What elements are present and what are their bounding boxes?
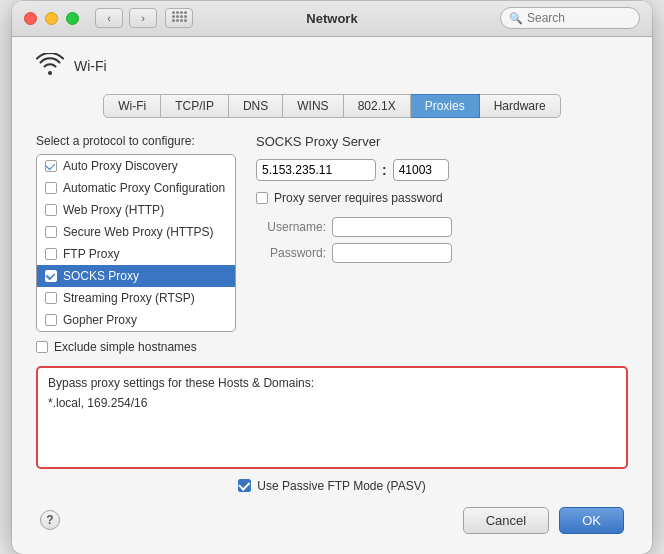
proto-item-web-http[interactable]: Web Proxy (HTTP): [37, 199, 235, 221]
right-panel: SOCKS Proxy Server : Proxy server requir…: [256, 134, 628, 354]
proto-item-auto-proxy[interactable]: Auto Proxy Discovery: [37, 155, 235, 177]
wifi-icon: [36, 53, 64, 80]
proto-label-gopher: Gopher Proxy: [63, 313, 137, 327]
window-title: Network: [306, 11, 357, 26]
passive-ftp-label: Use Passive FTP Mode (PASV): [257, 479, 425, 493]
bypass-textarea[interactable]: *.local, 169.254/16: [48, 396, 616, 456]
colon-separator: :: [382, 162, 387, 178]
content-area: Wi-Fi Wi-Fi TCP/IP DNS WINS 802.1X Proxi…: [12, 37, 652, 554]
help-button[interactable]: ?: [40, 510, 60, 530]
ok-button[interactable]: OK: [559, 507, 624, 534]
proto-label-auto-proxy: Auto Proxy Discovery: [63, 159, 178, 173]
wifi-label: Wi-Fi: [74, 58, 107, 74]
search-box[interactable]: 🔍: [500, 7, 640, 29]
requires-password-row: Proxy server requires password: [256, 191, 628, 205]
footer-buttons: Cancel OK: [463, 507, 624, 534]
grid-button[interactable]: [165, 8, 193, 28]
server-ip-input[interactable]: [256, 159, 376, 181]
requires-password-label: Proxy server requires password: [274, 191, 443, 205]
tab-tcpip[interactable]: TCP/IP: [161, 94, 229, 118]
proto-label-ftp: FTP Proxy: [63, 247, 119, 261]
username-label: Username:: [256, 220, 326, 234]
close-button[interactable]: [24, 12, 37, 25]
username-input[interactable]: [332, 217, 452, 237]
password-row-field: Password:: [256, 243, 628, 263]
proto-item-socks[interactable]: SOCKS Proxy: [37, 265, 235, 287]
grid-icon: [172, 11, 187, 26]
proto-label-rtsp: Streaming Proxy (RTSP): [63, 291, 195, 305]
proto-item-web-https[interactable]: Secure Web Proxy (HTTPS): [37, 221, 235, 243]
window-controls: [24, 12, 79, 25]
proto-label-web-http: Web Proxy (HTTP): [63, 203, 164, 217]
password-input[interactable]: [332, 243, 452, 263]
port-input[interactable]: [393, 159, 449, 181]
checkbox-auto-proxy[interactable]: [45, 160, 57, 172]
proto-item-gopher[interactable]: Gopher Proxy: [37, 309, 235, 331]
proto-item-ftp[interactable]: FTP Proxy: [37, 243, 235, 265]
checkbox-ftp[interactable]: [45, 248, 57, 260]
left-panel: Select a protocol to configure: Auto Pro…: [36, 134, 236, 354]
main-body: Select a protocol to configure: Auto Pro…: [36, 134, 628, 354]
checkbox-socks[interactable]: [45, 270, 57, 282]
proto-item-rtsp[interactable]: Streaming Proxy (RTSP): [37, 287, 235, 309]
bypass-label: Bypass proxy settings for these Hosts & …: [48, 376, 616, 390]
tab-hardware[interactable]: Hardware: [480, 94, 561, 118]
network-window: ‹ › Network 🔍: [12, 1, 652, 554]
maximize-button[interactable]: [66, 12, 79, 25]
checkbox-web-https[interactable]: [45, 226, 57, 238]
tab-proxies[interactable]: Proxies: [411, 94, 480, 118]
footer: ? Cancel OK: [36, 507, 628, 534]
search-icon: 🔍: [509, 12, 523, 25]
exclude-row: Exclude simple hostnames: [36, 340, 236, 354]
proto-item-auto-config[interactable]: Automatic Proxy Configuration: [37, 177, 235, 199]
proto-label-auto-config: Automatic Proxy Configuration: [63, 181, 225, 195]
wifi-header: Wi-Fi: [36, 53, 628, 80]
protocol-list: Auto Proxy Discovery Automatic Proxy Con…: [36, 154, 236, 332]
checkbox-web-http[interactable]: [45, 204, 57, 216]
checkbox-rtsp[interactable]: [45, 292, 57, 304]
checkbox-gopher[interactable]: [45, 314, 57, 326]
tab-wifi[interactable]: Wi-Fi: [103, 94, 161, 118]
search-input[interactable]: [527, 11, 631, 25]
bypass-section: Bypass proxy settings for these Hosts & …: [36, 366, 628, 469]
socks-title: SOCKS Proxy Server: [256, 134, 628, 149]
forward-button[interactable]: ›: [129, 8, 157, 28]
minimize-button[interactable]: [45, 12, 58, 25]
checkbox-passive-ftp[interactable]: [238, 479, 251, 492]
titlebar: ‹ › Network 🔍: [12, 1, 652, 37]
server-row: :: [256, 159, 628, 181]
checkbox-auto-config[interactable]: [45, 182, 57, 194]
checkbox-requires-password[interactable]: [256, 192, 268, 204]
passive-ftp-row: Use Passive FTP Mode (PASV): [36, 479, 628, 493]
tab-bar: Wi-Fi TCP/IP DNS WINS 802.1X Proxies Har…: [36, 94, 628, 118]
username-row: Username:: [256, 217, 628, 237]
proto-label-web-https: Secure Web Proxy (HTTPS): [63, 225, 213, 239]
tab-8021x[interactable]: 802.1X: [344, 94, 411, 118]
exclude-label: Exclude simple hostnames: [54, 340, 197, 354]
nav-buttons: ‹ ›: [95, 8, 157, 28]
cancel-button[interactable]: Cancel: [463, 507, 549, 534]
back-button[interactable]: ‹: [95, 8, 123, 28]
checkbox-exclude[interactable]: [36, 341, 48, 353]
password-label: Password:: [256, 246, 326, 260]
tab-wins[interactable]: WINS: [283, 94, 343, 118]
panel-title: Select a protocol to configure:: [36, 134, 236, 148]
proto-label-socks: SOCKS Proxy: [63, 269, 139, 283]
tab-dns[interactable]: DNS: [229, 94, 283, 118]
